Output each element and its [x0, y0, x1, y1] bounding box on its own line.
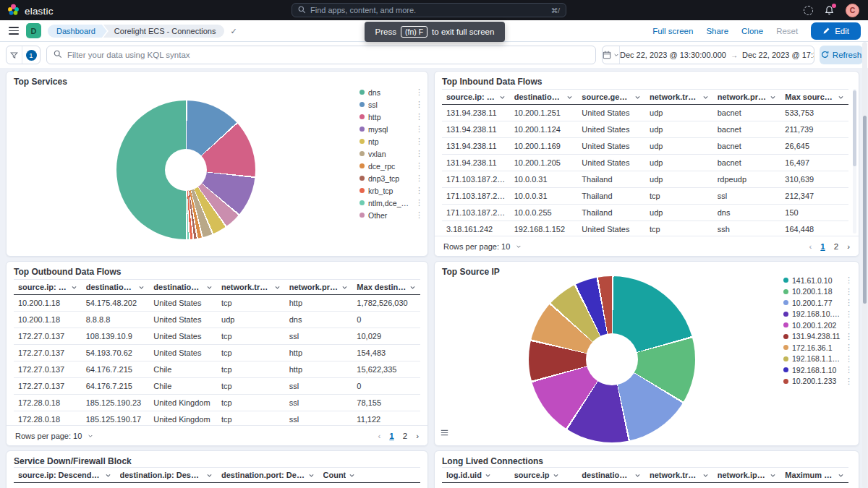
filter-funnel-icon[interactable]	[7, 46, 22, 64]
legend-item[interactable]: http⋮	[359, 111, 423, 123]
legend-item[interactable]: vxlan⋮	[359, 147, 423, 160]
top-services-donut-chart[interactable]	[116, 100, 255, 239]
legend-item[interactable]: Other⋮	[359, 209, 423, 221]
legend-item[interactable]: 10.200.1.202⋮	[783, 320, 853, 331]
filters-button[interactable]: 1	[6, 46, 41, 64]
legend-item[interactable]: mysql⋮	[359, 123, 423, 135]
column-header[interactable]: network.transp...	[645, 90, 713, 104]
top-source-ip-donut-chart[interactable]	[529, 276, 695, 442]
menu-hamburger-icon[interactable]	[9, 27, 19, 35]
column-header[interactable]: Max source.bytes	[780, 90, 848, 104]
legend-item-menu-icon[interactable]: ⋮	[845, 320, 853, 330]
notifications-bell-icon[interactable]	[824, 5, 835, 16]
column-header[interactable]: Maximum of even...	[780, 468, 848, 482]
column-header[interactable]: destination.port: Descending	[217, 468, 319, 482]
legend-item[interactable]: 172.16.36.1⋮	[783, 342, 853, 354]
column-header[interactable]: source.ip: Desc...	[14, 280, 82, 294]
column-header[interactable]: source.ip	[510, 468, 578, 482]
breadcrumb-current-page[interactable]: Corelight ECS - Connections	[103, 25, 225, 38]
legend-item[interactable]: ntlm,dce_rpc⋮	[359, 197, 423, 209]
pagination-page-2[interactable]: 2	[403, 432, 407, 440]
legend-item-menu-icon[interactable]: ⋮	[845, 298, 853, 307]
legend-item[interactable]: dnp3_tcp⋮	[359, 172, 423, 184]
legend-item-menu-icon[interactable]: ⋮	[415, 137, 423, 146]
date-range-end[interactable]: Dec 22, 2023 @ 17:30:00.000	[742, 51, 814, 59]
column-header[interactable]: log.id.uid	[442, 468, 510, 482]
legend-item-menu-icon[interactable]: ⋮	[415, 210, 423, 220]
column-header[interactable]: destination.ip: Descending	[116, 468, 218, 482]
global-search[interactable]: ⌘/	[292, 3, 566, 17]
pagination-next[interactable]: ›	[847, 242, 850, 251]
calendar-icon[interactable]	[603, 46, 620, 64]
legend-item[interactable]: 10.200.1.77⋮	[783, 297, 853, 309]
pagination-next[interactable]: ›	[416, 432, 419, 440]
page-scrollbar[interactable]	[862, 42, 867, 488]
elastic-logo-icon[interactable]	[7, 4, 20, 19]
column-header[interactable]: Count	[319, 468, 421, 482]
clone-button[interactable]: Clone	[741, 27, 763, 35]
panel-scrollbar[interactable]	[853, 89, 856, 234]
legend-item-menu-icon[interactable]: ⋮	[845, 275, 853, 285]
pagination-prev[interactable]: ‹	[378, 432, 381, 440]
column-header[interactable]: network.ip_bytes	[713, 468, 781, 482]
legend-item[interactable]: dce_rpc⋮	[359, 160, 423, 172]
refresh-button[interactable]: Refresh	[820, 46, 863, 64]
date-range-start[interactable]: Dec 22, 2023 @ 13:30:00.000	[620, 51, 726, 59]
legend-item-menu-icon[interactable]: ⋮	[845, 377, 853, 386]
legend-item[interactable]: 192.168.1.128⋮	[783, 354, 853, 365]
breadcrumb-dashboard[interactable]: Dashboard	[48, 25, 107, 38]
rows-per-page-select[interactable]: Rows per page: 10	[443, 242, 522, 251]
legend-item[interactable]: krb_tcp⋮	[359, 184, 423, 197]
column-header[interactable]: network.transp...	[217, 280, 285, 294]
scrollbar-thumb[interactable]	[863, 116, 867, 304]
pagination-page-1[interactable]: 1	[389, 432, 393, 440]
column-header[interactable]: source.geo.cou...	[577, 90, 645, 104]
legend-item-menu-icon[interactable]: ⋮	[845, 332, 853, 341]
legend-item-menu-icon[interactable]: ⋮	[845, 343, 853, 352]
legend-item[interactable]: 10.200.1.233⋮	[783, 376, 853, 388]
legend-item[interactable]: dns⋮	[359, 86, 423, 98]
full-screen-button[interactable]: Full screen	[652, 27, 693, 35]
column-header[interactable]: destination.geo....	[149, 280, 217, 294]
rows-per-page-select[interactable]: Rows per page: 10	[15, 432, 93, 440]
legend-item-menu-icon[interactable]: ⋮	[415, 124, 423, 134]
legend-item-menu-icon[interactable]: ⋮	[415, 87, 423, 97]
pagination-page-1[interactable]: 1	[820, 242, 825, 251]
legend-item[interactable]: ntp⋮	[359, 135, 423, 147]
help-icon[interactable]	[804, 6, 813, 15]
legend-item-menu-icon[interactable]: ⋮	[845, 287, 853, 296]
legend-item[interactable]: 131.94.238.11⋮	[783, 331, 853, 343]
legend-item-menu-icon[interactable]: ⋮	[845, 365, 853, 374]
legend-item[interactable]: 141.61.0.10⋮	[783, 275, 853, 286]
active-filter-count-badge[interactable]: 1	[26, 50, 37, 61]
kql-filter-input-wrap[interactable]	[46, 46, 596, 64]
column-header[interactable]: network.transport	[645, 468, 713, 482]
column-header[interactable]: destination.ip: ...	[510, 90, 578, 104]
legend-item-menu-icon[interactable]: ⋮	[415, 100, 423, 109]
column-header[interactable]: destination.ip: ...	[82, 280, 150, 294]
legend-item-menu-icon[interactable]: ⋮	[845, 354, 853, 364]
legend-item-menu-icon[interactable]: ⋮	[415, 149, 423, 158]
column-header[interactable]: network.protoc...	[713, 90, 781, 104]
pagination-prev[interactable]: ‹	[809, 242, 812, 251]
space-avatar[interactable]: D	[26, 23, 41, 38]
column-header[interactable]: Max destination...	[352, 280, 420, 294]
legend-item[interactable]: 192.168.1.10⋮	[783, 364, 853, 376]
user-avatar[interactable]: C	[846, 4, 859, 17]
kql-filter-input[interactable]	[67, 51, 589, 59]
legend-item-menu-icon[interactable]: ⋮	[845, 309, 853, 319]
legend-item[interactable]: ssl⋮	[359, 98, 423, 111]
legend-toggle-icon[interactable]	[441, 427, 448, 440]
column-header[interactable]: destination.ip	[577, 468, 645, 482]
column-header[interactable]: network.protoc...	[285, 280, 353, 294]
legend-item-menu-icon[interactable]: ⋮	[415, 174, 423, 183]
legend-item-menu-icon[interactable]: ⋮	[415, 198, 423, 207]
reset-button[interactable]: Reset	[776, 27, 798, 35]
legend-item[interactable]: 192.168.10.105⋮	[783, 309, 853, 320]
legend-item-menu-icon[interactable]: ⋮	[415, 161, 423, 171]
column-header[interactable]: source.ip: Descending	[14, 468, 116, 482]
global-search-input[interactable]	[310, 6, 547, 14]
legend-item-menu-icon[interactable]: ⋮	[415, 186, 423, 195]
share-button[interactable]: Share	[706, 27, 728, 35]
pagination-page-2[interactable]: 2	[834, 242, 838, 251]
